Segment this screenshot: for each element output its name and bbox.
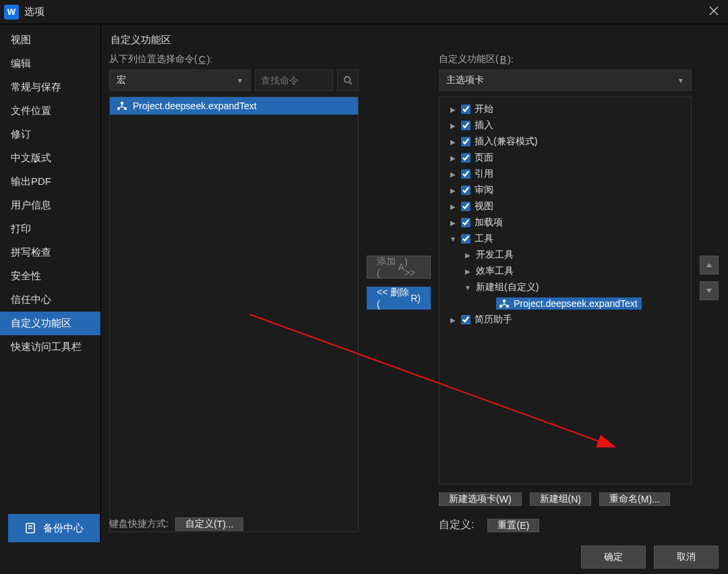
expand-icon[interactable]: ▶: [449, 154, 457, 162]
tree-item[interactable]: ▼工具: [442, 231, 688, 247]
tree-item[interactable]: Project.deepseek.expandText: [442, 295, 688, 312]
tree-item[interactable]: ▶加载项: [442, 214, 688, 231]
tree-item[interactable]: ▶审阅: [442, 182, 688, 198]
svg-point-4: [503, 299, 506, 302]
tree-item[interactable]: ▶开始: [442, 101, 688, 117]
backup-label: 备份中心: [43, 522, 84, 535]
tree-checkbox[interactable]: [461, 169, 471, 179]
remove-button[interactable]: << 删除(R): [367, 287, 431, 310]
command-label: Project.deepseek.expandText: [133, 101, 257, 111]
tree-item[interactable]: ▶引用: [442, 166, 688, 182]
macro-icon: [499, 299, 510, 308]
sidebar-item[interactable]: 自定义功能区: [0, 312, 100, 335]
commands-source-value: 宏: [117, 74, 126, 86]
tree-label: 插入(兼容模式): [475, 136, 537, 148]
search-icon: [343, 76, 353, 85]
chevron-down-icon: ▼: [677, 77, 684, 84]
sidebar: 视图编辑常规与保存文件位置修订中文版式输出PDF用户信息打印拼写检查安全性信任中…: [0, 24, 101, 540]
expand-icon[interactable]: ▶: [449, 316, 457, 324]
tree-label: 审阅: [475, 184, 493, 196]
sidebar-item[interactable]: 文件位置: [0, 99, 100, 123]
close-button[interactable]: [704, 5, 724, 19]
expand-icon[interactable]: ▶: [449, 219, 457, 227]
tree-checkbox[interactable]: [461, 218, 471, 227]
main-panel: 自定义功能区 从下列位置选择命令(C): 宏 ▼: [101, 24, 728, 540]
sidebar-item[interactable]: 快速访问工具栏: [0, 335, 100, 359]
svg-point-1: [121, 102, 123, 105]
customize-shortcuts-button[interactable]: 自定义(T)...: [175, 517, 244, 531]
tree-item[interactable]: ▶插入(兼容模式): [442, 134, 688, 150]
new-group-button[interactable]: 新建组(N): [530, 492, 591, 506]
search-button[interactable]: [337, 69, 359, 91]
tree-checkbox[interactable]: [461, 234, 471, 243]
move-up-button[interactable]: [700, 256, 719, 275]
ribbon-tabs-dropdown[interactable]: 主选项卡 ▼: [439, 69, 692, 91]
chevron-down-icon: ▼: [237, 77, 243, 84]
tree-checkbox[interactable]: [461, 315, 471, 324]
tree-checkbox[interactable]: [461, 185, 471, 195]
tree-item[interactable]: ▶开发工具: [442, 247, 688, 263]
commands-column: 从下列位置选择命令(C): 宏 ▼ Project.deepseek.expan…: [109, 53, 359, 532]
backup-icon: [24, 522, 36, 534]
tree-item[interactable]: ▶简历助手: [442, 312, 688, 328]
svg-point-0: [344, 77, 350, 82]
tree-item[interactable]: ▶视图: [442, 198, 688, 214]
sidebar-item[interactable]: 拼写检查: [0, 241, 100, 264]
sidebar-item[interactable]: 中文版式: [0, 146, 100, 170]
tree-checkbox[interactable]: [461, 202, 471, 211]
tree-label: 新建组(自定义): [476, 281, 539, 293]
sidebar-item[interactable]: 输出PDF: [0, 170, 100, 194]
expand-icon[interactable]: ▶: [464, 268, 472, 275]
add-button[interactable]: 添加(A) >>: [367, 256, 431, 279]
sidebar-item[interactable]: 编辑: [0, 52, 100, 76]
sidebar-item[interactable]: 打印: [0, 217, 100, 241]
tree-checkbox[interactable]: [461, 121, 471, 130]
commands-source-dropdown[interactable]: 宏 ▼: [109, 69, 251, 91]
commands-list[interactable]: Project.deepseek.expandText: [109, 96, 359, 532]
search-input[interactable]: [261, 75, 327, 86]
sidebar-item[interactable]: 信任中心: [0, 288, 100, 312]
tree-label: 开始: [475, 103, 493, 115]
tree-item[interactable]: ▶插入: [442, 117, 688, 134]
panel-title: 自定义功能区: [109, 31, 720, 53]
move-down-button[interactable]: [700, 281, 719, 300]
sidebar-item[interactable]: 视图: [0, 28, 100, 52]
tree-label: 加载项: [475, 217, 503, 229]
tree-item[interactable]: ▼新建组(自定义): [442, 279, 688, 295]
sidebar-item[interactable]: 安全性: [0, 264, 100, 288]
cancel-button[interactable]: 取消: [654, 546, 719, 569]
sidebar-item[interactable]: 修订: [0, 123, 100, 146]
ok-button[interactable]: 确定: [581, 546, 646, 569]
rename-button[interactable]: 重命名(M)...: [599, 492, 670, 506]
backup-center-button[interactable]: 备份中心: [8, 514, 100, 542]
reset-button[interactable]: 重置(E): [487, 519, 539, 532]
expand-icon[interactable]: ▶: [449, 138, 457, 146]
expand-icon[interactable]: ▼: [464, 284, 472, 291]
command-item[interactable]: Project.deepseek.expandText: [110, 97, 358, 115]
expand-icon[interactable]: ▶: [464, 252, 472, 259]
tree-item[interactable]: ▶页面: [442, 150, 688, 166]
ribbon-column: 自定义功能区(B): 主选项卡 ▼ ▶开始▶插入▶插入(兼容模式)▶页面▶引用▶…: [439, 53, 692, 532]
tree-checkbox[interactable]: [461, 105, 471, 114]
expand-icon[interactable]: ▶: [449, 203, 457, 210]
ribbon-tree[interactable]: ▶开始▶插入▶插入(兼容模式)▶页面▶引用▶审阅▶视图▶加载项▼工具▶开发工具▶…: [439, 96, 692, 484]
app-icon: W: [4, 5, 19, 20]
sidebar-item[interactable]: 用户信息: [0, 194, 100, 217]
tree-checkbox[interactable]: [461, 153, 471, 163]
customize-label: 自定义:: [439, 518, 474, 532]
sidebar-item[interactable]: 常规与保存: [0, 76, 100, 99]
expand-icon[interactable]: ▶: [449, 122, 457, 130]
tree-checkbox[interactable]: [461, 137, 471, 146]
ribbon-tabs-value: 主选项卡: [446, 74, 484, 86]
tree-item[interactable]: ▶效率工具: [442, 263, 688, 279]
choose-commands-label: 从下列位置选择命令(C):: [109, 53, 359, 65]
expand-icon[interactable]: ▶: [449, 106, 457, 113]
new-tab-button[interactable]: 新建选项卡(W): [439, 492, 522, 506]
expand-icon[interactable]: ▶: [449, 171, 457, 178]
tree-label: Project.deepseek.expandText: [514, 298, 638, 309]
tree-label: 工具: [475, 233, 493, 245]
expand-icon[interactable]: ▼: [449, 235, 457, 243]
close-icon: [709, 6, 719, 16]
tree-label: 视图: [475, 200, 493, 212]
expand-icon[interactable]: ▶: [449, 187, 457, 194]
